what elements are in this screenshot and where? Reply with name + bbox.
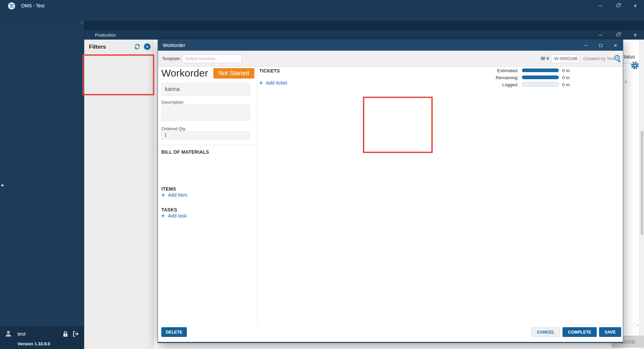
modal-close-button[interactable]: ✕ — [608, 40, 623, 51]
filters-close-icon[interactable]: ✕ — [144, 43, 151, 50]
background-text-fragment: n — [625, 79, 627, 84]
restore-button[interactable] — [609, 0, 627, 11]
complete-button[interactable]: COMPLETE — [562, 327, 597, 337]
bom-heading: BILL OF MATERIALS — [161, 149, 209, 155]
remaining-bar — [522, 76, 559, 79]
workorder-name-input[interactable]: karina — [161, 83, 250, 96]
background-scrollbar[interactable] — [639, 40, 644, 349]
username: test — [17, 331, 25, 337]
description-input[interactable] — [161, 105, 250, 121]
production-window-title: Production — [95, 33, 116, 38]
close-button[interactable]: ✕ — [627, 0, 644, 11]
workorder-modal: Workorder ✕ Template: Select template...… — [158, 40, 623, 343]
app-version: Version 1.33.9.0 — [17, 341, 50, 346]
sidebar-scroll-up-icon[interactable]: ^ — [81, 21, 83, 26]
menubar — [0, 11, 644, 21]
sidebar: ^ test Version 1.33.9.0 — [0, 21, 84, 349]
annotation-box-ticket-status-dropdown — [363, 97, 433, 153]
add-item-button[interactable]: + Add Item — [161, 192, 187, 198]
production-minimize-button[interactable] — [592, 30, 609, 40]
production-close-button[interactable]: ✕ — [627, 30, 644, 40]
refresh-icon[interactable] — [134, 43, 141, 51]
created-by-text: Created by Test — [583, 56, 615, 61]
annotation-box-production-statuses — [83, 54, 154, 95]
app-title: OMS - Test — [21, 3, 45, 8]
add-ticket-button[interactable]: + Add ticket — [259, 80, 287, 86]
template-label: Template: — [162, 56, 181, 61]
delete-button[interactable]: DELETE — [161, 327, 187, 337]
save-button[interactable]: SAVE — [599, 327, 621, 337]
person-icon — [5, 330, 12, 337]
ordered-qty-label: Ordered Qty: — [161, 126, 186, 131]
lock-icon[interactable] — [62, 331, 69, 337]
estimated-bar — [522, 68, 559, 72]
items-heading: ITEMS — [161, 186, 176, 192]
workorder-modal-titlebar: Workorder ✕ — [158, 40, 623, 51]
application-window: OMS - Test ✕ ^ test Version 1.33.9.0 ◀ — [0, 0, 644, 349]
description-label: Description: — [161, 100, 184, 105]
background-column-header: tatus — [624, 54, 635, 59]
sidebar-collapse-icon[interactable]: ◀ — [1, 183, 3, 187]
minimize-button[interactable] — [592, 0, 609, 11]
filters-title: Filters — [89, 44, 106, 50]
template-select[interactable]: Select template... — [182, 54, 242, 63]
add-task-button[interactable]: + Add task — [161, 213, 187, 218]
tabbar — [84, 21, 644, 30]
sidebar-footer: test Version 1.33.9.0 — [0, 327, 84, 349]
w-number-label: W # — [541, 56, 549, 61]
titlebar: OMS - Test ✕ — [0, 0, 644, 11]
workorder-title: Workorder — [161, 67, 208, 79]
status-badge: Not Started — [213, 68, 254, 79]
production-restore-button[interactable] — [609, 30, 627, 40]
background-chevron-down-icon: ⌄ — [635, 321, 639, 327]
logout-icon[interactable] — [72, 331, 79, 337]
workorder-modal-title: Workorder — [163, 43, 185, 48]
plus-icon: + — [259, 80, 263, 86]
plus-icon: + — [161, 213, 165, 218]
time-log-icon[interactable] — [613, 54, 622, 64]
cancel-button[interactable]: CANCEL — [531, 327, 560, 337]
w-number-input[interactable]: W-0000186 — [551, 54, 579, 63]
current-user[interactable]: test — [5, 330, 25, 337]
gear-icon[interactable] — [631, 61, 639, 71]
scrollbar-thumb[interactable] — [641, 131, 643, 235]
tasks-heading: TASKS — [161, 207, 177, 212]
tickets-heading: TICKETS — [259, 68, 280, 73]
plus-icon: + — [161, 192, 165, 198]
modal-maximize-button[interactable] — [593, 40, 608, 51]
app-logo-icon — [8, 2, 15, 9]
ordered-qty-input[interactable]: 1 — [161, 131, 250, 139]
logged-bar — [522, 83, 559, 86]
modal-minimize-button[interactable] — [579, 40, 593, 51]
production-window-titlebar: Production ✕ — [84, 30, 644, 40]
template-row: Template: Select template... W # W-00001… — [158, 51, 623, 67]
